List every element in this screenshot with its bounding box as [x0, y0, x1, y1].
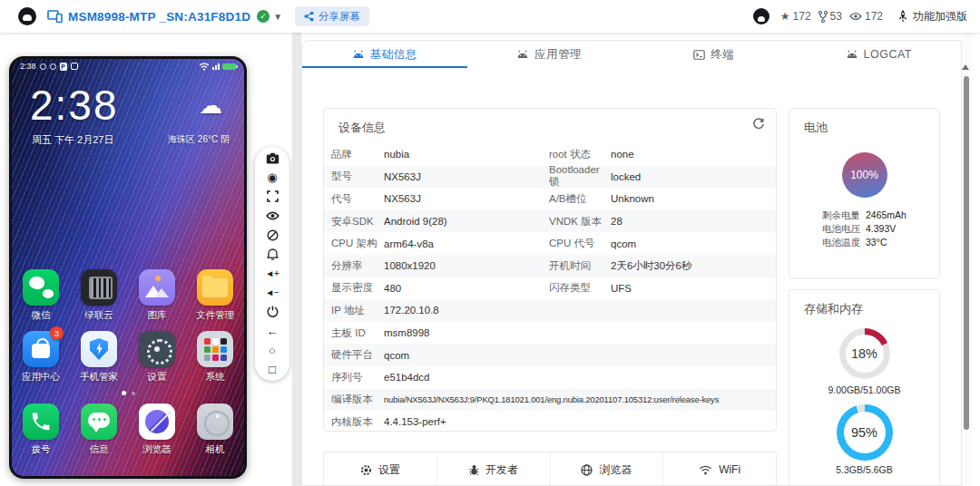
fullscreen-button[interactable]	[264, 189, 280, 205]
app-browser[interactable]: 浏览器	[128, 403, 186, 456]
storage-memory-card: 存储和内存 18% 9.00GB/51.00GB 95% 5.3GB/5.6GB	[789, 289, 940, 486]
quick-actions-card: 设置 开发者 浏览器 WiFi	[323, 452, 777, 486]
battery-level-gauge: 100%	[842, 152, 887, 198]
folder-icon	[197, 269, 233, 306]
github-forks[interactable]: 53	[818, 10, 842, 23]
android-icon	[516, 50, 529, 59]
power-button[interactable]	[264, 304, 280, 320]
app-logo-icon[interactable]	[18, 7, 36, 25]
disk-usage-caption: 9.00GB/51.00GB	[789, 384, 939, 395]
card-title: 电池	[789, 109, 939, 143]
alarm-icon	[40, 63, 46, 70]
open-browser-button[interactable]: 浏览器	[550, 452, 663, 486]
table-row: 主板 IDmsm8998	[324, 322, 776, 345]
tab-terminal[interactable]: 终端	[632, 41, 797, 68]
open-wifi-button[interactable]: WiFi	[662, 452, 776, 486]
share-screen-button[interactable]: 分享屏幕	[295, 6, 369, 26]
phone-mirror-screen[interactable]: 2:38 P 2:38 周五 下午 2月27日 ☁ 海珠区 26°C 阴 微信 …	[9, 56, 247, 479]
notifications-button[interactable]	[264, 246, 280, 262]
card-title: 存储和内存	[789, 290, 939, 325]
tab-bar: 基础信息 应用管理 终端 LOGCAT	[302, 41, 961, 68]
memory-usage-caption: 5.3GB/5.6GB	[789, 464, 939, 475]
device-name: MSM8998-MTP _SN:A31F8D1D	[68, 10, 250, 24]
disk-usage-percent: 18%	[839, 328, 890, 379]
screenshot-button[interactable]	[264, 150, 280, 166]
bug-icon	[469, 464, 479, 476]
refresh-icon[interactable]	[752, 118, 765, 134]
camera-lens-icon	[197, 403, 233, 440]
p-status-icon: P	[60, 63, 67, 71]
chevron-down-icon[interactable]: ▼	[273, 12, 282, 22]
app-header: MSM8998-MTP _SN:A31F8D1D ✓ ▼ 分享屏幕 ★172 5…	[0, 0, 980, 33]
back-button[interactable]: ←	[264, 323, 280, 339]
home-button[interactable]: ○	[264, 342, 280, 358]
battery-card: 电池 100% 剩余电量2465mAh 电池电压4.393V 电池温度33°C	[789, 108, 940, 278]
volume-up-button[interactable]: ◄+	[264, 266, 280, 282]
clock-date: 周五 下午 2月27日	[32, 133, 113, 147]
device-icon	[47, 10, 63, 23]
wifi-icon	[699, 465, 712, 475]
table-row: CPU 架构arm64-v8aCPU 代号qcom	[324, 232, 776, 255]
nas-icon	[81, 269, 117, 306]
recent-apps-button[interactable]: □	[264, 362, 280, 378]
app-nas-cloud[interactable]: 绿联云	[70, 269, 128, 322]
table-row: 序列号e51b4dcd	[324, 366, 776, 389]
table-row: 分辨率1080x1920开机时间2天6小时30分6秒	[324, 255, 776, 277]
open-developer-button[interactable]: 开发者	[436, 452, 550, 486]
app-wechat[interactable]: 微信	[12, 269, 70, 322]
tab-logcat[interactable]: LOGCAT	[797, 41, 962, 68]
app-settings[interactable]: 设置	[128, 331, 186, 384]
table-row: 安卓SDKAndroid 9(28)VNDK 版本28	[324, 210, 776, 233]
github-watchers[interactable]: 172	[849, 10, 883, 23]
weather-text: 海珠区 26°C 阴	[168, 133, 230, 146]
terminal-icon	[693, 50, 705, 60]
memory-usage-percent: 95%	[837, 404, 893, 461]
content-panel: 基础信息 应用管理 终端 LOGCAT 设备信息 品牌nubiaroot 状态n…	[301, 40, 962, 486]
rocket-icon	[897, 10, 908, 23]
star-icon: ★	[780, 10, 790, 23]
wifi-icon	[199, 63, 210, 71]
app-phone-guard[interactable]: 手机管家	[70, 331, 128, 384]
table-row: 显示密度480闪存类型UFS	[324, 277, 776, 300]
phone-status-bar: 2:38 P	[12, 59, 244, 73]
share-icon	[304, 11, 314, 22]
table-row: 编译版本nubia/NX563J/NX563J:9/PKQ1.181021.00…	[324, 389, 776, 412]
tab-basic-info[interactable]: 基础信息	[302, 41, 467, 68]
github-stars[interactable]: ★172	[780, 10, 811, 23]
table-row: 代号NX563JA/B槽位Unknown	[324, 188, 776, 210]
show-screen-button[interactable]	[264, 208, 280, 224]
open-settings-button[interactable]: 设置	[324, 452, 436, 486]
notification-badge: 3	[50, 326, 64, 340]
phone-icon	[23, 403, 59, 440]
tab-app-management[interactable]: 应用管理	[467, 41, 632, 68]
status-time: 2:38	[20, 62, 36, 71]
verified-badge-icon: ✓	[257, 10, 270, 23]
enhanced-version-button[interactable]: 功能加强版	[897, 9, 967, 24]
clock-widget: 2:38	[30, 81, 119, 130]
github-icon[interactable]	[753, 8, 769, 24]
battery-percent: 100%	[850, 169, 878, 181]
card-title: 设备信息	[324, 109, 776, 143]
app-gallery[interactable]: 图库	[128, 269, 186, 322]
app-file-manager[interactable]: 文件管理	[186, 269, 244, 322]
volume-down-button[interactable]: ◄−	[264, 285, 280, 301]
gear-icon	[139, 331, 175, 367]
disk-usage-donut: 18%	[839, 328, 890, 379]
android-icon	[352, 50, 365, 59]
screen-record-button[interactable]: ◉	[264, 169, 280, 185]
share-screen-label: 分享屏幕	[318, 10, 360, 24]
scrollbar-thumb[interactable]	[964, 76, 969, 430]
app-camera[interactable]: 相机	[186, 403, 244, 456]
scroll-up-arrow[interactable]	[962, 64, 969, 70]
app-system-folder[interactable]: 系统	[186, 331, 244, 384]
app-app-center[interactable]: 3应用中心	[12, 331, 70, 384]
app-dialer[interactable]: 拨号	[12, 403, 70, 456]
app-status-icon	[71, 63, 78, 70]
signal-icon	[212, 63, 220, 70]
system-folder-icon	[197, 331, 233, 367]
table-row: 内核版本4.4.153-perf+	[324, 411, 776, 433]
phone-battery-icon	[222, 63, 236, 70]
blank-screen-button[interactable]	[264, 227, 280, 243]
app-messages[interactable]: 信息	[70, 403, 128, 456]
control-toolbar: ◉ ◄+ ◄− ← ○ □	[255, 147, 289, 381]
